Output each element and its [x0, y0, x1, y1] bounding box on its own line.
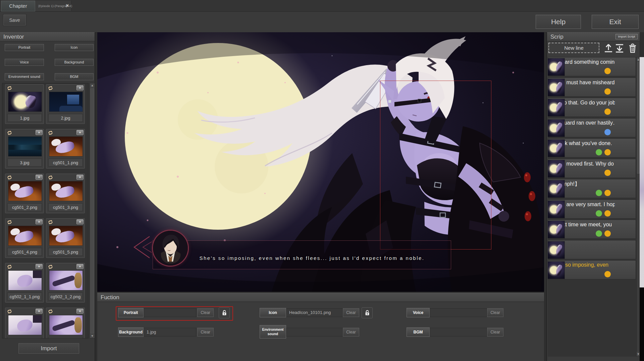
category-icon-button[interactable]: Icon	[55, 44, 94, 51]
script-line[interactable]: ...	[548, 240, 636, 259]
script-line[interactable]: The guard ran over hastily…	[548, 118, 636, 137]
status-dots	[596, 190, 611, 196]
script-line-selected[interactable]: She's so imposing, even11	[548, 260, 636, 279]
icon-lock-button[interactable]	[362, 307, 373, 318]
replace-icon[interactable]	[48, 130, 53, 136]
script-line[interactable]: 【Humph!】	[548, 179, 636, 198]
asset-card[interactable]: ✕cg501_5.png	[46, 218, 85, 258]
delete-asset-icon[interactable]: ✕	[76, 85, 84, 90]
script-line[interactable]: 【You are very smart. I hope	[548, 199, 636, 219]
delete-asset-icon[interactable]: ✕	[36, 309, 43, 314]
delete-asset-icon[interactable]: ✕	[36, 264, 43, 269]
tab-episode-paragraph[interactable]: (Episode 1)-(Paragraph4) ✕	[36, 1, 71, 11]
script-line-thumbnail	[548, 241, 565, 259]
asset-card[interactable]: ✕cg502_1_2.png	[46, 263, 85, 303]
script-line-thumbnail	[548, 221, 565, 238]
save-button[interactable]: Save	[3, 14, 26, 26]
replace-icon[interactable]	[7, 264, 12, 270]
delete-asset-icon[interactable]: ✕	[36, 130, 43, 135]
asset-card[interactable]: ✕cg502_1_1.png	[5, 263, 44, 303]
delete-asset-icon[interactable]: ✕	[76, 264, 84, 269]
voice-field[interactable]	[430, 308, 487, 317]
asset-card[interactable]: ✕	[5, 308, 44, 339]
background-clear-button[interactable]: Clear	[197, 328, 214, 336]
category-voice-button[interactable]: Voice	[5, 59, 44, 66]
replace-icon[interactable]	[7, 130, 12, 136]
delete-asset-icon[interactable]: ✕	[76, 219, 84, 224]
asset-card[interactable]: ✕cg501_3.png	[46, 174, 85, 213]
inventor-scrollbar[interactable]: ▲ ▼	[90, 83, 95, 339]
script-line[interactable]: 【I heard something coming	[548, 57, 636, 76]
environment-sound-field[interactable]	[286, 328, 343, 336]
voice-button[interactable]: Voice	[407, 308, 430, 317]
delete-asset-icon[interactable]: ✕	[76, 309, 84, 314]
delete-asset-icon[interactable]: ✕	[76, 130, 84, 135]
environment-sound-button[interactable]: Environment sound	[260, 325, 286, 339]
script-line[interactable]: 【Look what you've done.	[548, 138, 636, 157]
lock-icon	[364, 310, 371, 316]
portrait-field[interactable]	[144, 308, 196, 317]
script-line[interactable]: 【Stop that. Go do your job.	[548, 98, 636, 117]
asset-card[interactable]: ✕3.jpg	[5, 129, 44, 169]
move-line-up-icon[interactable]	[603, 43, 613, 53]
script-line[interactable]: 【You must have misheard,	[548, 78, 636, 97]
asset-card[interactable]: ✕2.jpg	[46, 84, 85, 124]
icon-clear-button[interactable]: Clear	[343, 308, 359, 317]
category-environment-sound-button[interactable]: Environment sound	[5, 73, 44, 80]
script-line-thumbnail	[548, 119, 565, 137]
import-button[interactable]: Import	[18, 343, 79, 354]
portrait-clear-button[interactable]: Clear	[197, 308, 214, 317]
scroll-down-icon[interactable]: ▼	[90, 334, 95, 338]
help-button[interactable]: Help	[536, 15, 581, 29]
close-tab-icon[interactable]: ✕	[65, 3, 69, 8]
category-portrait-button[interactable]: Portrait	[5, 44, 44, 51]
import-script-button[interactable]: Import Script	[615, 34, 638, 39]
delete-asset-icon[interactable]: ✕	[76, 175, 84, 180]
replace-icon[interactable]	[48, 264, 53, 270]
icon-button[interactable]: Icon	[260, 308, 286, 317]
replace-icon[interactable]	[48, 85, 53, 91]
asset-card[interactable]: ✕cg501_1.png	[46, 129, 85, 169]
bgm-clear-button[interactable]: Clear	[487, 328, 503, 336]
replace-icon[interactable]	[7, 309, 12, 314]
replace-icon[interactable]	[48, 175, 53, 180]
move-line-down-icon[interactable]	[614, 43, 625, 53]
background-button[interactable]: Background	[118, 327, 144, 337]
status-dots	[596, 210, 611, 217]
status-dot-blue	[604, 129, 611, 135]
scroll-up-icon[interactable]: ▲	[90, 83, 95, 88]
icon-field[interactable]: HeadIcon_10101.png	[286, 308, 343, 317]
replace-icon[interactable]	[48, 309, 53, 314]
scrip-panel: Scrip Import Script New line 【I heard so…	[546, 32, 640, 361]
script-line[interactable]: 【Next time we meet, you	[548, 220, 636, 239]
portrait-lock-button[interactable]	[219, 307, 230, 318]
new-line-button[interactable]: New line	[548, 43, 599, 53]
voice-clear-button[interactable]: Clear	[487, 308, 503, 317]
environment-sound-clear-button[interactable]: Clear	[343, 328, 359, 336]
replace-icon[interactable]	[7, 219, 12, 225]
portrait-selection-rect[interactable]	[380, 81, 491, 250]
scrollbar-thumb[interactable]	[637, 62, 640, 174]
category-bgm-button[interactable]: BGM	[55, 73, 94, 80]
category-background-button[interactable]: Background	[55, 59, 94, 66]
asset-card[interactable]: 1.jpg	[5, 84, 44, 124]
bgm-field[interactable]	[430, 328, 487, 336]
asset-card[interactable]: ✕cg501_2.png	[5, 174, 44, 213]
asset-card[interactable]: ✕	[46, 308, 85, 339]
delete-line-icon[interactable]	[628, 43, 638, 53]
background-field[interactable]: 1.jpg	[144, 328, 196, 336]
tab-chapter-flowchart[interactable]: Chapter flowchart	[1, 1, 35, 11]
scrollbar-thumb[interactable]	[90, 88, 94, 333]
replace-icon[interactable]	[7, 175, 12, 180]
portrait-button[interactable]: Portrait	[118, 308, 144, 317]
dialogue-text: She's so imposing, even when she flees..…	[173, 255, 451, 261]
status-dot-yellow	[604, 210, 611, 217]
delete-asset-icon[interactable]: ✕	[36, 175, 43, 180]
replace-icon[interactable]	[48, 219, 53, 225]
exit-button[interactable]: Exit	[592, 15, 639, 29]
delete-asset-icon[interactable]: ✕	[36, 219, 43, 224]
replace-icon[interactable]	[7, 85, 12, 91]
script-line[interactable]: 【You moved first. Why do	[548, 159, 636, 178]
bgm-button[interactable]: BGM	[407, 327, 430, 337]
asset-card[interactable]: ✕cg501_4.png	[5, 218, 44, 258]
